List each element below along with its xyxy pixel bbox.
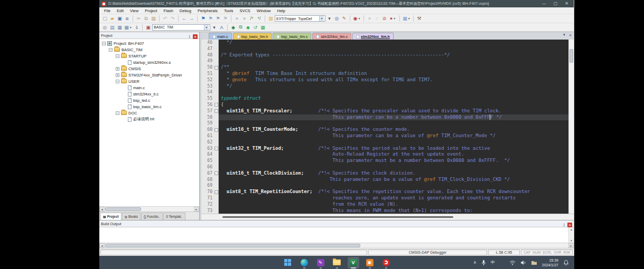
scroll-right-icon[interactable]: ► (568, 243, 574, 248)
red-music-app-icon[interactable] (380, 257, 392, 268)
incremental-find-icon[interactable]: ◉▼ (352, 15, 361, 22)
navigate-back-icon[interactable]: ← (181, 15, 188, 22)
tab-list-dropdown-icon[interactable]: ▼ (563, 33, 566, 37)
build-output-text[interactable] (99, 227, 568, 243)
scrollbar-thumb[interactable] (105, 244, 360, 247)
debug-session-icon[interactable]: ◍ (101, 24, 108, 31)
dock-tab-project[interactable]: ▤Project (100, 213, 122, 220)
dock-tab-0-templat-[interactable]: 0 Templat.. (163, 213, 185, 220)
build-icon[interactable]: ▦ (116, 24, 123, 31)
line-number[interactable]: 61 (201, 133, 214, 139)
kill-all-breakpoints-icon[interactable]: ●▼ (388, 15, 397, 22)
fold-collapse-icon[interactable]: − (214, 147, 218, 150)
undo-icon[interactable]: ↶ (162, 15, 169, 22)
translate-file-icon[interactable]: ▤ (109, 24, 116, 31)
editor-hscrollbar[interactable] (201, 214, 574, 220)
pin-panel-icon[interactable]: ↧ (562, 223, 566, 227)
target-dropdown-icon[interactable]: ▾ (211, 24, 218, 31)
taskbar-clock[interactable]: 15:39 2024/1/27 (542, 258, 558, 267)
tree-item-basic_tim[interactable]: −BASIC_TIM (99, 46, 199, 53)
line-number[interactable]: 55 (201, 95, 214, 102)
menu-item-peripherals[interactable]: Peripherals (195, 7, 220, 14)
uncomment-selection-icon[interactable]: */ (256, 15, 263, 22)
line-number[interactable]: 53 (201, 83, 214, 90)
editor-vscrollbar[interactable] (568, 40, 574, 214)
close-document-icon[interactable]: ✕ (569, 33, 572, 37)
build-vscrollbar[interactable]: ▲ ▼ (568, 227, 574, 243)
line-number[interactable]: 66 (201, 164, 214, 170)
line-number[interactable]: 47 (201, 46, 214, 52)
menu-item-flash[interactable]: Flash (161, 7, 176, 14)
menu-item-view[interactable]: View (127, 7, 141, 14)
notifications-bell-icon[interactable] (563, 260, 569, 266)
chevron-down-icon[interactable]: ▼ (358, 17, 360, 20)
editor-tab-bsp_basic_tim.c[interactable]: bsp_basic_tim.c (273, 33, 311, 40)
find-icon[interactable]: ✎ (341, 15, 348, 22)
expand-icon[interactable]: + (116, 67, 119, 71)
symbol-search-combo[interactable]: EXTITrigger_TypeDef▼ (275, 15, 325, 22)
outdent-icon[interactable]: « (234, 15, 240, 22)
line-number[interactable]: 63 (201, 146, 214, 152)
select-target-combo[interactable]: BASIC_TIM▼ (152, 24, 210, 31)
minimize-button[interactable]: — (542, 0, 546, 7)
line-number[interactable]: 72 (201, 201, 214, 208)
menu-item-window[interactable]: Window (254, 7, 274, 14)
refresh-icon[interactable]: ↺ (252, 24, 259, 31)
cloud-folder-icon[interactable] (531, 260, 537, 265)
pin-panel-icon[interactable]: ↧ (187, 34, 192, 39)
line-number[interactable]: 64 (201, 151, 214, 158)
line-number[interactable]: 57 (201, 108, 214, 114)
software-components-icon[interactable]: ◆ (245, 24, 251, 31)
target-options-icon[interactable]: ▣ (145, 24, 152, 31)
dock-tab-books[interactable]: ◍Books (122, 213, 141, 220)
comment-selection-icon[interactable]: /* (248, 15, 255, 22)
tree-item-startup_stm32f40xx.s[interactable]: startup_stm32f40xx.s (99, 59, 199, 65)
copy-icon[interactable]: ⧉ (143, 15, 150, 22)
tree-item-stm32f4xx_it.c[interactable]: stm32f4xx_it.c (99, 91, 199, 97)
code-editor[interactable]: 46 */4748/* Exported types -------------… (201, 40, 568, 214)
combo-dropdown-icon[interactable]: ▾ (326, 15, 333, 22)
tree-item-cmsis[interactable]: +CMSIS (99, 65, 199, 72)
start-button[interactable] (282, 257, 294, 268)
line-number[interactable]: 71 (201, 195, 214, 201)
fold-collapse-icon[interactable]: − (214, 109, 218, 113)
tree-item-doc[interactable]: −DOC (99, 110, 199, 116)
editor-tab-stm32f4xx_tim.c[interactable]: stm32f4xx_tim.c (312, 33, 351, 40)
cut-icon[interactable]: ✂ (135, 15, 142, 22)
line-number[interactable]: 70 (201, 189, 214, 195)
open-file-icon[interactable]: ▰ (109, 15, 116, 22)
ime-language-indicator[interactable]: 中 (491, 260, 495, 265)
rebuild-all-icon[interactable]: ▩▼ (124, 24, 133, 31)
keil-uvision-icon[interactable]: V (348, 257, 359, 268)
new-file-icon[interactable]: ▢ (101, 15, 108, 22)
save-all-icon[interactable]: ⧈ (124, 15, 130, 22)
file-extensions-icon[interactable]: A (218, 24, 225, 31)
tree-item-main.c[interactable]: main.c (99, 84, 199, 91)
editor-tab-main.c[interactable]: main.c (209, 33, 232, 40)
scroll-right-icon[interactable]: ► (194, 207, 199, 212)
scroll-left-icon[interactable]: ◄ (99, 207, 105, 212)
fold-collapse-icon[interactable]: − (214, 103, 218, 107)
chevron-down-icon[interactable]: ▼ (319, 16, 324, 21)
bookmark-toggle-icon[interactable]: ⚑ (200, 15, 207, 22)
redo-icon[interactable]: ↷ (169, 15, 176, 22)
menu-item-debug[interactable]: Debug (177, 7, 194, 14)
project-hscrollbar[interactable]: ◄ ► (99, 206, 199, 212)
enable-breakpoint-icon[interactable]: ○ (374, 15, 380, 22)
hidden-icons-chevron[interactable]: ∧ (473, 260, 477, 265)
orange-app-icon[interactable]: ▣ (364, 257, 376, 268)
download-flash-icon[interactable]: ⇓ (133, 24, 140, 31)
volume-icon[interactable] (520, 260, 526, 265)
editor-tab-stm32f4xx_tim.h[interactable]: stm32f4xx_tim.h (352, 33, 394, 40)
help-book-icon[interactable]: ▥ (267, 15, 274, 22)
wifi-icon[interactable] (509, 260, 516, 265)
expand-icon[interactable]: + (116, 73, 119, 77)
edge-browser-icon[interactable] (298, 257, 310, 268)
line-number[interactable]: 59 (201, 120, 214, 127)
pack-installer-icon[interactable]: ▦ (259, 24, 266, 31)
line-number[interactable]: 56 (201, 102, 214, 108)
menu-item-help[interactable]: Help (275, 7, 288, 14)
tree-item-user[interactable]: −USER (99, 78, 199, 84)
line-number[interactable]: 68 (201, 177, 214, 183)
menu-item-svcs[interactable]: SVCS (237, 7, 253, 14)
